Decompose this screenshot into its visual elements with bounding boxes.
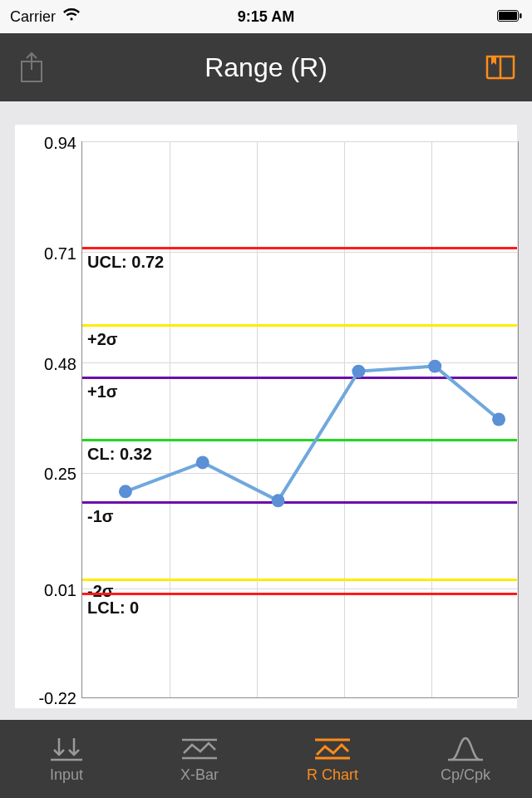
rchart-icon [313,735,352,763]
tab-label: Cp/Cpk [441,766,490,784]
carrier-label: Carrier [10,8,56,26]
nav-bar: Range (R) [0,33,532,101]
y-tick: -0.22 [38,689,76,708]
r-chart: 0.94 0.71 0.48 0.25 0.01 -0.22 UCL: 0.72… [15,125,517,708]
y-tick: 0.71 [44,244,76,264]
y-axis: 0.94 0.71 0.48 0.25 0.01 -0.22 [15,125,81,708]
svg-point-6 [119,485,132,498]
share-button[interactable] [15,51,48,84]
status-bar: Carrier 9:15 AM [0,0,532,33]
clock: 9:15 AM [238,8,294,26]
tab-bar: Input X-Bar R Chart Cp/Cpk [0,720,532,798]
y-tick: 0.48 [44,355,76,374]
tab-xbar[interactable]: X-Bar [133,720,266,798]
plot-area: UCL: 0.72 +2σ +1σ CL: 0.32 -1σ -2σ LCL: … [81,141,517,698]
tab-label: X-Bar [180,766,219,784]
xbar-icon [180,735,219,763]
y-tick: 0.01 [44,581,76,600]
y-tick: 0.94 [44,134,76,153]
svg-point-8 [272,494,285,507]
svg-rect-1 [499,12,517,20]
tab-cpcpk[interactable]: Cp/Cpk [399,720,532,798]
svg-point-7 [196,456,209,469]
svg-point-11 [492,413,505,426]
tab-input[interactable]: Input [0,720,133,798]
svg-point-10 [428,360,441,373]
tab-label: R Chart [307,766,358,784]
battery-icon [497,8,522,26]
data-series [82,141,517,697]
svg-point-9 [352,365,365,378]
cpcpk-icon [446,735,485,763]
page-title: Range (R) [204,52,328,83]
svg-rect-2 [520,13,522,18]
wifi-icon [62,8,81,26]
input-icon [47,735,86,763]
bookmark-button[interactable] [484,51,517,84]
tab-rchart[interactable]: R Chart [266,720,399,798]
tab-label: Input [50,766,83,784]
y-tick: 0.25 [44,465,76,484]
